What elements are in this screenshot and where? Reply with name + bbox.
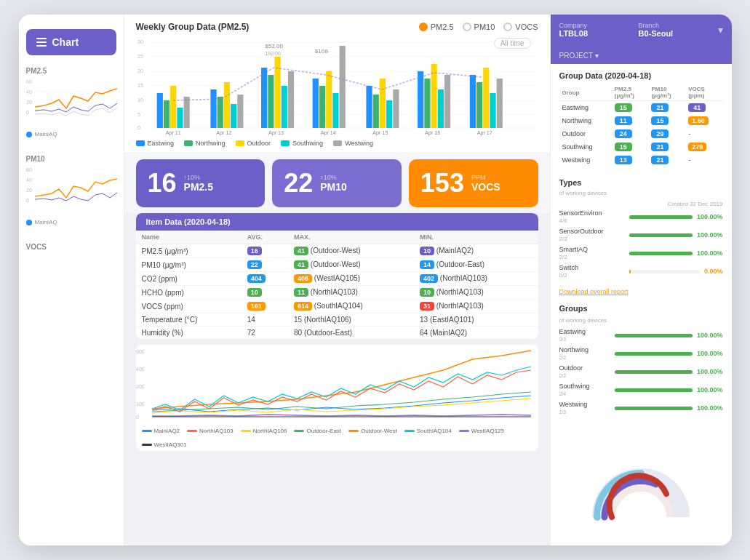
table-row: HCHO (ppm) 10 11 (NorthIAQ103) 10 (North… — [136, 286, 538, 300]
all-time-label[interactable]: All time — [494, 38, 531, 49]
svg-text:20: 20 — [137, 68, 143, 74]
download-link[interactable]: Download overall report — [551, 287, 732, 300]
groups-section: Groups of working devices Eastwing3/3 10… — [551, 300, 732, 423]
gh-group: Group — [559, 84, 612, 101]
svg-text:15: 15 — [137, 83, 143, 89]
weekly-header: Weekly Group Data (PM2.5) PM2.5 PM10 VOC… — [136, 22, 538, 32]
hamburger-icon — [36, 38, 47, 47]
item-table-body: PM2.5 (μg/m³) 16 41 (Outdoor-West) 10 (M… — [136, 244, 538, 340]
col-name: Name — [136, 231, 242, 244]
mid-section: Item Data (2020-04-18) Name AVG. MAX. MI… — [124, 213, 550, 545]
table-row: Temperature (°C) 14 15 (NorthIAQ106) 13 … — [136, 313, 538, 327]
pm25-chart-label: PM2.5 — [26, 67, 116, 75]
types-subtitle: of working devices — [559, 190, 723, 196]
col-avg: AVG. — [242, 231, 288, 244]
vocs-prev: PPM — [471, 174, 500, 181]
svg-text:40: 40 — [26, 89, 32, 95]
svg-text:192.00: 192.00 — [265, 51, 281, 57]
gh-pm10: PM10(μg/m³) — [648, 84, 685, 101]
svg-rect-34 — [183, 97, 189, 128]
group-data-section: Group Data (2020-04-18) Group PM2.5(μg/m… — [551, 64, 732, 174]
pm10-chart-area: 60 40 20 0 — [26, 166, 117, 217]
svg-rect-45 — [281, 86, 287, 128]
pm10-value: 22 — [284, 168, 313, 199]
item-data-table: Name AVG. MAX. MIN. PM2.5 (μg/m³) 16 41 … — [136, 231, 538, 339]
legend-northiaq103: NorthIAQ103 — [187, 428, 234, 434]
legend-westiaq301: WestIAQ301 — [142, 441, 187, 448]
device-group-row: Southwing2/4 100.00% — [559, 383, 723, 397]
project-label[interactable]: PROJECT ▾ — [559, 52, 599, 60]
company-value: LTBL08 — [559, 29, 633, 38]
vocs-mini-label: VOCS — [19, 237, 124, 257]
group-table-row: Eastwing152141 — [559, 101, 723, 115]
vocs-chart-section: 600 400 200 100 0 — [136, 345, 538, 451]
vocs-legend: MainIAQ2 NorthIAQ103 NorthIAQ106 Outdoor… — [136, 425, 538, 451]
radio-pm10-circle — [463, 23, 471, 31]
svg-text:5: 5 — [137, 112, 140, 118]
app-wrapper: Chart PM2.5 60 40 20 0 — [19, 15, 732, 545]
svg-rect-66 — [490, 93, 495, 128]
types-title: Types — [559, 178, 723, 187]
svg-rect-50 — [326, 71, 332, 128]
svg-rect-62 — [444, 75, 450, 128]
legend-eastwing: Eastwing — [136, 140, 175, 147]
gh-pm25: PM2.5(μg/m³) — [612, 84, 649, 101]
svg-text:20: 20 — [26, 188, 32, 193]
pm10-label: PM10 — [320, 181, 347, 193]
radio-pm25[interactable]: PM2.5 — [419, 23, 454, 31]
svg-rect-52 — [339, 46, 345, 128]
radio-pm10-label: PM10 — [474, 23, 495, 31]
svg-rect-67 — [496, 79, 502, 128]
svg-text:20: 20 — [26, 100, 32, 105]
svg-text:$108: $108 — [314, 48, 328, 55]
pm10-chart-label: PM10 — [26, 155, 116, 163]
type-row: Switch0/2 0.00% — [559, 264, 723, 279]
dropdown-arrow[interactable]: ▾ — [718, 22, 723, 38]
col-min: MIN. — [414, 231, 538, 244]
legend-mainiaq2: MainIAQ2 — [142, 428, 180, 434]
svg-text:$52.00: $52.00 — [265, 43, 284, 49]
svg-rect-30 — [156, 93, 162, 128]
svg-rect-53 — [366, 86, 372, 128]
group-table-row: Southwing1521279 — [559, 140, 723, 153]
metric-card-pm10: 22 ↑10% PM10 — [272, 159, 402, 207]
svg-rect-48 — [312, 79, 318, 128]
legend-southiaq104: SouthIAQ104 — [404, 428, 452, 434]
group-data-title: Group Data (2020-04-18) — [559, 71, 723, 80]
vocs-value: 153 — [420, 168, 464, 199]
pm10-mini-chart: PM10 60 40 20 0 MainIAQ — [19, 149, 124, 228]
svg-text:40: 40 — [26, 177, 32, 183]
weekly-title: Weekly Group Data (PM2.5) — [136, 22, 250, 32]
svg-text:30: 30 — [137, 39, 143, 45]
svg-rect-42 — [261, 68, 267, 128]
legend-northwing: Northwing — [184, 140, 226, 147]
vocs-chart-label: VOCS — [26, 243, 116, 251]
svg-rect-55 — [379, 79, 385, 128]
svg-rect-44 — [274, 57, 280, 128]
svg-rect-33 — [177, 108, 183, 128]
svg-rect-38 — [231, 104, 236, 128]
legend-northiaq106: NorthIAQ106 — [241, 428, 287, 434]
metric-cards: 16 ↑10% PM2.5 22 ↑10% PM10 153 PPM VOCS — [124, 153, 550, 213]
branch-field: Branch B0-Seoul — [639, 22, 712, 38]
svg-rect-57 — [393, 89, 399, 128]
svg-rect-64 — [476, 82, 482, 128]
radio-vocs[interactable]: VOCS — [503, 23, 538, 31]
chart-button[interactable]: Chart — [26, 29, 116, 55]
svg-rect-36 — [217, 97, 223, 128]
svg-text:Apr 12: Apr 12 — [216, 130, 231, 136]
svg-rect-32 — [170, 86, 176, 128]
device-group-row: Northwing2/2 100.00% — [559, 346, 723, 361]
pm10-prev: ↑10% — [320, 174, 347, 181]
svg-rect-54 — [372, 95, 378, 128]
table-row: PM10 (μg/m³) 22 41 (Outdoor-West) 14 (Ou… — [136, 258, 538, 272]
radio-vocs-label: VOCS — [515, 23, 538, 31]
radio-vocs-circle — [503, 23, 512, 31]
pm25-label: PM2.5 — [184, 181, 213, 193]
radio-pm10[interactable]: PM10 — [463, 23, 495, 31]
group-table-row: Northwing11151.60 — [559, 114, 723, 127]
svg-text:60: 60 — [26, 167, 32, 172]
table-row: Humidity (%) 72 80 (Outdoor-East) 64 (Ma… — [136, 327, 538, 340]
svg-text:600: 600 — [136, 349, 145, 354]
svg-text:0: 0 — [137, 125, 140, 131]
